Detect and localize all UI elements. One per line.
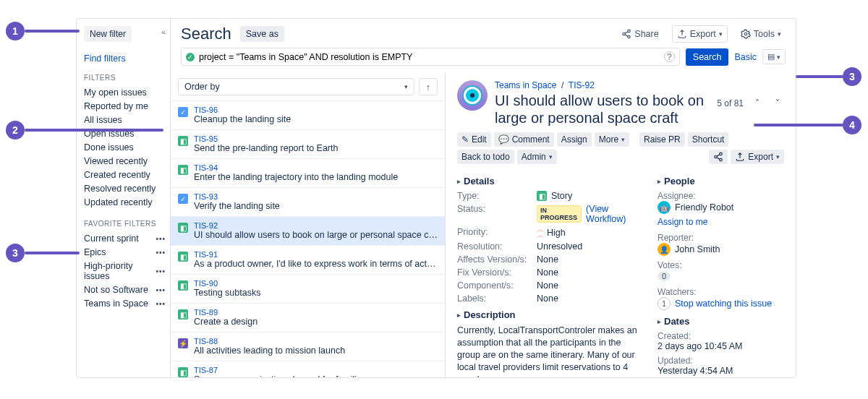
collapse-sidebar-icon[interactable]: «: [161, 27, 166, 36]
issue-row[interactable]: ◧TIS-91As a product owner, I'd like to e…: [171, 245, 445, 274]
more-icon[interactable]: •••: [156, 235, 166, 243]
shortcut-button[interactable]: Shortcut: [688, 132, 729, 147]
issue-summary: As a product owner, I'd like to express …: [194, 259, 438, 269]
view-toggle[interactable]: ▤▾: [762, 49, 786, 64]
issue-summary: UI should allow users to book on large o…: [194, 230, 438, 240]
issue-type-icon: ◧: [178, 136, 188, 146]
topbar: Search Save as Share Export▾ Tools▾: [171, 19, 796, 48]
callout-2: 2: [6, 121, 25, 140]
issue-summary: Enter the landing trajectory into the la…: [194, 172, 438, 182]
issue-detail: Teams in Space / TIS-92 UI should allow …: [446, 73, 796, 377]
raise-pr-button[interactable]: Raise PR: [639, 132, 685, 147]
share-button[interactable]: Share: [617, 26, 663, 42]
order-by-dropdown[interactable]: Order by▾: [178, 78, 414, 95]
app-window: « New filter Find filters FILTERS My ope…: [76, 18, 796, 378]
issue-summary: Create a design: [194, 317, 438, 327]
sidebar-favorite-item[interactable]: Teams in Space•••: [84, 297, 166, 311]
new-filter-button[interactable]: New filter: [84, 26, 132, 42]
issue-type-icon: ◧: [178, 252, 188, 262]
sidebar-filter-item[interactable]: My open issues: [84, 86, 166, 100]
sidebar-filter-item[interactable]: Resolved recently: [84, 182, 166, 196]
collapse-icon[interactable]: ▸: [457, 312, 461, 319]
search-button[interactable]: Search: [686, 48, 729, 66]
save-as-button[interactable]: Save as: [240, 26, 284, 42]
sidebar-favorite-item[interactable]: High-priority issues•••: [84, 259, 166, 283]
sidebar-filter-item[interactable]: Viewed recently: [84, 155, 166, 168]
more-button[interactable]: More ▾: [595, 132, 629, 147]
sidebar-favorite-item[interactable]: Current sprint•••: [84, 232, 166, 246]
query-bar: ✓ ? Search Basic ▤▾: [171, 48, 796, 73]
share-icon: [621, 29, 631, 39]
issue-summary: Testing subtasks: [194, 288, 438, 298]
callout-1: 1: [6, 22, 25, 40]
issue-summary: Secure communication channel for familie…: [194, 374, 438, 377]
issue-pager: 5 of 81 ˄ ˅: [717, 80, 784, 126]
more-icon[interactable]: •••: [156, 249, 166, 257]
sort-direction-button[interactable]: ↑: [419, 78, 438, 95]
list-view-icon: ▤: [767, 52, 775, 61]
issue-summary: Send the pre-landing report to Earth: [194, 143, 438, 153]
issue-row[interactable]: ◧TIS-94Enter the landing trajectory into…: [171, 158, 445, 187]
status-badge: IN PROGRESS: [537, 205, 582, 223]
help-icon[interactable]: ?: [664, 51, 675, 62]
issue-type-icon: ◧: [178, 280, 188, 291]
issue-row[interactable]: ◧TIS-90Testing subtasks: [171, 274, 445, 303]
collapse-icon[interactable]: ▸: [457, 178, 461, 185]
jql-input[interactable]: [199, 52, 660, 62]
export-issue-button[interactable]: Export ▾: [731, 150, 784, 164]
query-valid-icon: ✓: [186, 53, 195, 61]
svg-point-0: [628, 30, 631, 33]
edit-button[interactable]: ✎Edit: [457, 132, 491, 147]
comment-button[interactable]: 💬Comment: [494, 132, 554, 147]
next-issue-button[interactable]: ˅: [771, 97, 784, 110]
find-filters-link[interactable]: Find filters: [84, 53, 166, 64]
svg-point-4: [720, 153, 723, 155]
sidebar-filter-item[interactable]: All issues: [84, 113, 166, 127]
issue-type-icon: ✓: [178, 107, 188, 117]
share-icon: [713, 152, 723, 162]
issue-row[interactable]: ✓TIS-93Verify the landing site: [171, 187, 445, 216]
issue-row[interactable]: ◧TIS-92UI should allow users to book on …: [171, 216, 445, 245]
issue-row[interactable]: ◧TIS-89Create a design: [171, 303, 445, 332]
sidebar-filter-item[interactable]: Updated recently: [84, 196, 166, 210]
issue-row[interactable]: ◧TIS-95Send the pre-landing report to Ea…: [171, 129, 445, 158]
basic-mode-link[interactable]: Basic: [734, 52, 757, 62]
issue-key: TIS-94: [194, 163, 438, 172]
comment-icon: 💬: [498, 134, 509, 145]
sidebar-favorite-item[interactable]: Epics•••: [84, 246, 166, 259]
assign-button[interactable]: Assign: [557, 132, 592, 147]
view-workflow-link[interactable]: (View Workflow): [586, 204, 640, 224]
collapse-icon[interactable]: ▸: [658, 178, 661, 185]
page-title: Search: [181, 25, 231, 43]
avatar: 🤖: [658, 201, 671, 214]
export-button[interactable]: Export▾: [672, 25, 728, 43]
assign-to-me-link[interactable]: Assign to me: [658, 217, 784, 227]
issue-type-icon: ⚡: [178, 338, 188, 348]
more-icon[interactable]: •••: [156, 286, 166, 294]
sidebar-filter-item[interactable]: Reported by me: [84, 100, 166, 113]
issue-type-icon: ◧: [178, 367, 188, 377]
prev-issue-button[interactable]: ˄: [751, 97, 764, 110]
tools-button[interactable]: Tools▾: [736, 26, 786, 42]
issue-key-link[interactable]: TIS-92: [569, 80, 595, 90]
callout-connector: [25, 129, 163, 132]
sidebar-filter-item[interactable]: Done issues: [84, 141, 166, 155]
people-section: ▸People Assignee: 🤖Friendly Robot Assign…: [658, 176, 784, 310]
sidebar-favorite-item[interactable]: Not so Software•••: [84, 283, 166, 297]
stop-watching-link[interactable]: Stop watching this issue: [675, 299, 772, 309]
details-section: ▸Details Type:◧Story Status:IN PROGRESS(…: [457, 176, 640, 304]
jql-field[interactable]: ✓ ?: [181, 48, 680, 66]
issue-row[interactable]: ◧TIS-87Secure communication channel for …: [171, 361, 445, 377]
sidebar-filter-item[interactable]: Created recently: [84, 168, 166, 182]
issue-row[interactable]: ✓TIS-96Cleanup the landing site: [171, 100, 445, 129]
admin-button[interactable]: Admin ▾: [517, 150, 557, 164]
issue-key: TIS-92: [194, 221, 438, 230]
more-icon[interactable]: •••: [156, 267, 166, 275]
back-to-todo-button[interactable]: Back to todo: [457, 150, 514, 164]
collapse-icon[interactable]: ▸: [658, 318, 661, 325]
share-issue-button[interactable]: [709, 150, 728, 164]
issue-row[interactable]: ⚡TIS-88All activities leading to mission…: [171, 332, 445, 361]
more-icon[interactable]: •••: [156, 300, 166, 308]
issue-title: UI should allow users to book on large o…: [495, 92, 710, 126]
project-link[interactable]: Teams in Space: [495, 80, 556, 90]
